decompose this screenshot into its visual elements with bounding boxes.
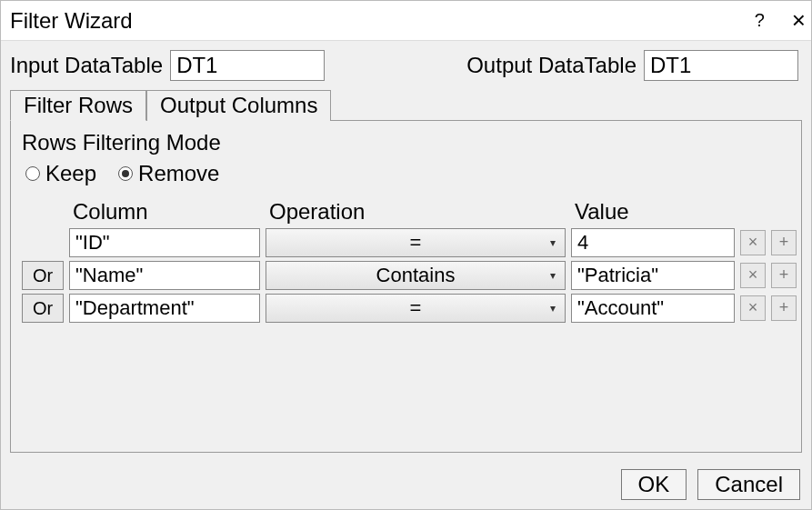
tab-output-columns[interactable]: Output Columns: [146, 90, 331, 121]
add-row-button[interactable]: +: [771, 263, 797, 288]
header-column: Column: [69, 199, 260, 225]
column-field[interactable]: [69, 228, 260, 257]
add-row-button[interactable]: +: [771, 230, 797, 255]
radio-dot-icon: [25, 166, 40, 181]
filtering-mode-group: Keep Remove: [25, 161, 790, 186]
window-title: Filter Wizard: [10, 8, 133, 34]
operation-select[interactable]: = ▾: [266, 294, 566, 323]
input-datatable-field[interactable]: [170, 50, 325, 81]
column-field[interactable]: [69, 294, 260, 323]
filtering-mode-label: Rows Filtering Mode: [22, 130, 790, 155]
operation-select[interactable]: Contains ▾: [266, 261, 566, 290]
tabstrip: Filter Rows Output Columns: [10, 90, 802, 120]
close-button[interactable]: ×: [792, 6, 806, 35]
tab-area: Filter Rows Output Columns Rows Filterin…: [1, 90, 811, 462]
radio-remove[interactable]: Remove: [118, 161, 219, 186]
conjunction-button[interactable]: Or: [22, 261, 64, 290]
remove-row-button[interactable]: ×: [740, 295, 766, 321]
chevron-down-icon: ▾: [550, 269, 556, 282]
help-button[interactable]: ?: [755, 10, 765, 31]
chevron-down-icon: ▾: [550, 236, 556, 249]
output-datatable-label: Output DataTable: [466, 53, 637, 78]
operation-select[interactable]: = ▾: [266, 228, 566, 257]
value-field[interactable]: [571, 294, 735, 323]
cancel-button[interactable]: Cancel: [697, 469, 800, 500]
header-operation: Operation: [266, 199, 566, 225]
value-field[interactable]: [571, 228, 735, 257]
value-field[interactable]: [571, 261, 735, 290]
header-value: Value: [571, 199, 735, 225]
filter-rows-panel: Rows Filtering Mode Keep Remove Column O…: [10, 120, 802, 453]
column-field[interactable]: [69, 261, 260, 290]
input-datatable-label: Input DataTable: [10, 53, 163, 78]
titlebar: Filter Wizard ? ×: [1, 1, 811, 41]
radio-remove-label: Remove: [138, 161, 219, 186]
output-datatable-field[interactable]: [644, 50, 798, 81]
add-row-button[interactable]: +: [771, 295, 797, 321]
ok-button[interactable]: OK: [621, 469, 687, 500]
filter-wizard-dialog: Filter Wizard ? × Input DataTable Output…: [0, 0, 812, 510]
radio-keep-label: Keep: [45, 161, 96, 186]
chevron-down-icon: ▾: [550, 302, 556, 315]
remove-row-button[interactable]: ×: [740, 263, 766, 288]
operation-value: =: [410, 231, 422, 255]
datatable-io-row: Input DataTable Output DataTable: [1, 41, 811, 90]
operation-value: Contains: [376, 264, 456, 287]
window-controls: ? ×: [755, 6, 806, 35]
operation-value: =: [410, 296, 422, 320]
tab-filter-rows[interactable]: Filter Rows: [10, 90, 146, 121]
radio-keep[interactable]: Keep: [25, 161, 96, 186]
remove-row-button[interactable]: ×: [740, 230, 766, 255]
conditions-grid: Column Operation Value = ▾ × + Or Cont: [22, 199, 790, 323]
radio-dot-selected-icon: [118, 166, 133, 181]
dialog-buttons: OK Cancel: [1, 462, 811, 509]
conjunction-button[interactable]: Or: [22, 294, 64, 323]
